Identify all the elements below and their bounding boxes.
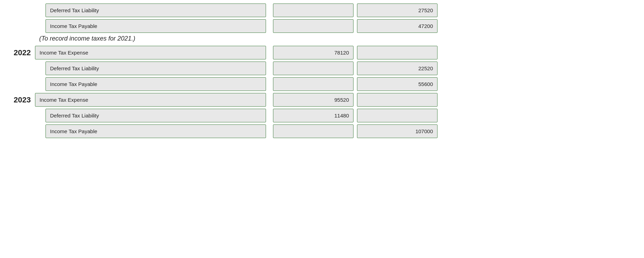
year-2023: 2023 [7, 95, 35, 105]
account-input-deferred-tax-2022[interactable] [46, 62, 266, 75]
journal-row [7, 124, 637, 138]
credit-cell [357, 62, 438, 75]
debit-input-income-tax-expense-2023[interactable] [273, 93, 354, 107]
credit-input-income-tax-payable-2022[interactable] [357, 77, 438, 91]
credit-input-income-tax-expense-2023[interactable] [357, 93, 438, 107]
credit-cell [357, 124, 438, 138]
account-cell [35, 93, 266, 107]
debit-input-income-tax-expense-2022[interactable] [273, 46, 354, 59]
account-input-income-tax-expense-2023[interactable] [35, 93, 266, 107]
credit-cell [357, 19, 438, 33]
credit-input-deferred-tax-2023[interactable] [357, 109, 438, 122]
amount-group [273, 46, 438, 59]
amount-group [273, 109, 438, 122]
amount-group [273, 62, 438, 75]
account-input-income-tax-expense-2022[interactable] [35, 46, 266, 59]
account-cell [35, 19, 266, 33]
credit-cell [357, 77, 438, 91]
credit-input-income-tax-payable-1[interactable] [357, 19, 438, 33]
credit-input-deferred-tax-1[interactable] [357, 3, 438, 17]
amount-group [273, 19, 438, 33]
year-2022: 2022 [7, 48, 35, 57]
journal-row [7, 19, 637, 33]
journal-row-2023-expense: 2023 [7, 93, 637, 107]
credit-cell [357, 93, 438, 107]
note-row: (To record income taxes for 2021.) [7, 35, 637, 42]
credit-input-income-tax-payable-2023[interactable] [357, 124, 438, 138]
journal-row [7, 109, 637, 122]
account-cell [35, 46, 266, 59]
debit-cell [273, 19, 354, 33]
debit-input-deferred-tax-1[interactable] [273, 3, 354, 17]
account-input-income-tax-payable-2023[interactable] [46, 124, 266, 138]
credit-input-income-tax-expense-2022[interactable] [357, 46, 438, 59]
account-cell [35, 62, 266, 75]
credit-input-deferred-tax-2022[interactable] [357, 62, 438, 75]
debit-cell [273, 109, 354, 122]
debit-cell [273, 62, 354, 75]
journal-row [7, 62, 637, 75]
amount-group [273, 77, 438, 91]
journal-row [7, 3, 637, 17]
debit-input-income-tax-payable-2022[interactable] [273, 77, 354, 91]
debit-input-deferred-tax-2023[interactable] [273, 109, 354, 122]
account-input-deferred-tax-2023[interactable] [46, 109, 266, 122]
debit-cell [273, 93, 354, 107]
debit-cell [273, 3, 354, 17]
account-input-deferred-tax-1[interactable] [46, 3, 266, 17]
journal-container: (To record income taxes for 2021.) 2022 [0, 0, 644, 144]
debit-cell [273, 46, 354, 59]
amount-group [273, 124, 438, 138]
debit-input-income-tax-payable-1[interactable] [273, 19, 354, 33]
account-cell [35, 109, 266, 122]
credit-cell [357, 3, 438, 17]
debit-cell [273, 124, 354, 138]
debit-input-income-tax-payable-2023[interactable] [273, 124, 354, 138]
credit-cell [357, 109, 438, 122]
debit-cell [273, 77, 354, 91]
account-input-income-tax-payable-1[interactable] [46, 19, 266, 33]
account-cell [35, 77, 266, 91]
debit-input-deferred-tax-2022[interactable] [273, 62, 354, 75]
amount-group [273, 93, 438, 107]
journal-row-2022-expense: 2022 [7, 46, 637, 59]
note-text: (To record income taxes for 2021.) [35, 35, 135, 42]
journal-row [7, 77, 637, 91]
credit-cell [357, 46, 438, 59]
account-cell [35, 124, 266, 138]
amount-group [273, 3, 438, 17]
account-cell [35, 3, 266, 17]
account-input-income-tax-payable-2022[interactable] [46, 77, 266, 91]
